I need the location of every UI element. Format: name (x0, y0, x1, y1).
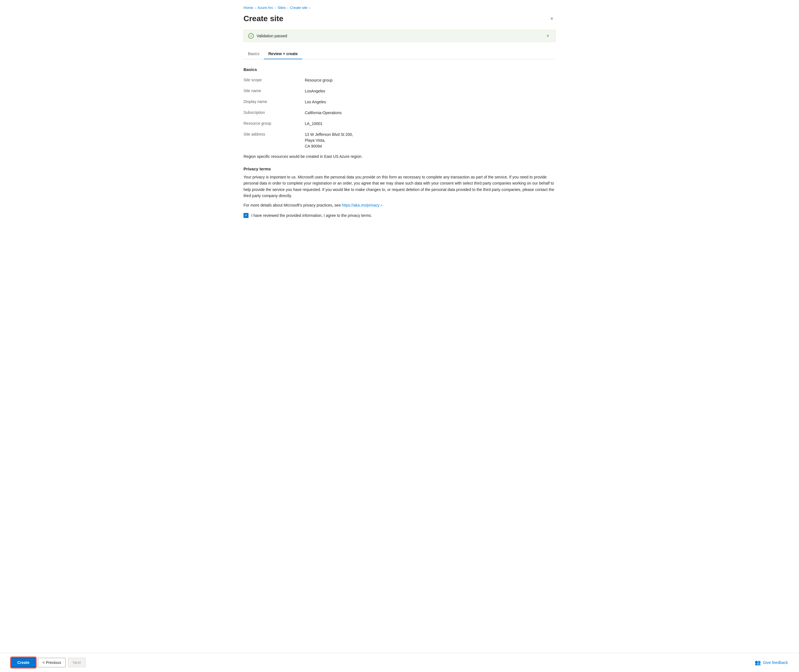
give-feedback-label: Give feedback (763, 660, 788, 665)
privacy-title: Privacy terms (244, 166, 555, 171)
breadcrumb-sep-2: › (275, 6, 276, 10)
field-display-name: Display name Los Angeles (244, 99, 555, 105)
breadcrumb-create-site[interactable]: Create site (290, 6, 308, 10)
breadcrumb: Home › Azure Arc › Sites › Create site › (244, 6, 555, 10)
next-button: Next (68, 658, 85, 667)
tab-basics[interactable]: Basics (244, 49, 264, 59)
privacy-link-row: For more details about Microsoft's priva… (244, 203, 555, 207)
tab-review-create[interactable]: Review + create (264, 49, 302, 59)
breadcrumb-sites[interactable]: Sites (278, 6, 286, 10)
breadcrumb-sep-1: › (255, 6, 256, 10)
footer-actions: Create < Previous Next (11, 658, 85, 667)
privacy-link[interactable]: https://aka.ms/privacy (342, 203, 379, 207)
create-button[interactable]: Create (11, 658, 36, 667)
page-title: Create site (244, 14, 283, 23)
privacy-checkbox-label[interactable]: I have reviewed the provided information… (251, 213, 372, 218)
field-site-name: Site name LosAngeles (244, 88, 555, 94)
external-link-icon: ↗ (380, 204, 382, 207)
breadcrumb-home[interactable]: Home (244, 6, 253, 10)
field-value-site-address: 13 W Jefferson Blvd St 200, Playa Vista,… (305, 132, 353, 149)
field-label-site-name: Site name (244, 88, 305, 93)
validation-icon: ✓ (248, 33, 254, 39)
field-value-display-name: Los Angeles (305, 99, 326, 105)
footer-bar: Create < Previous Next 👥 Give feedback (0, 653, 799, 672)
breadcrumb-sep-4: › (309, 6, 310, 10)
tab-bar: Basics Review + create (244, 49, 555, 59)
field-value-site-name: LosAngeles (305, 88, 325, 94)
privacy-text: Your privacy is important to us. Microso… (244, 174, 555, 199)
field-value-resource-group: LA_10001 (305, 121, 322, 126)
field-resource-group: Resource group LA_10001 (244, 121, 555, 126)
privacy-section: Privacy terms Your privacy is important … (244, 166, 555, 207)
checkbox-check-icon: ✓ (245, 214, 247, 217)
validation-close-button[interactable]: × (545, 33, 551, 39)
privacy-agreement-row: ✓ I have reviewed the provided informati… (244, 213, 555, 218)
field-label-site-scope: Site scope (244, 77, 305, 82)
main-content: Basics Site scope Resource group Site na… (244, 67, 555, 257)
field-label-subscription: Subscription (244, 110, 305, 115)
field-site-address: Site address 13 W Jefferson Blvd St 200,… (244, 132, 555, 149)
field-label-site-address: Site address (244, 132, 305, 136)
field-label-resource-group: Resource group (244, 121, 305, 126)
region-note: Region specific resources would be creat… (244, 154, 555, 159)
close-button[interactable]: × (548, 15, 555, 23)
breadcrumb-azure-arc[interactable]: Azure Arc (257, 6, 273, 10)
privacy-checkbox[interactable]: ✓ (244, 213, 249, 218)
field-value-site-scope: Resource group (305, 77, 333, 83)
field-label-display-name: Display name (244, 99, 305, 104)
field-subscription: Subscription California-Operations (244, 110, 555, 116)
give-feedback-link[interactable]: 👥 Give feedback (755, 659, 788, 666)
previous-button[interactable]: < Previous (38, 658, 66, 667)
privacy-link-prefix: For more details about Microsoft's priva… (244, 203, 342, 207)
field-site-scope: Site scope Resource group (244, 77, 555, 83)
validation-text: Validation passed (257, 34, 287, 38)
feedback-icon: 👥 (755, 659, 761, 666)
field-value-subscription: California-Operations (305, 110, 342, 116)
validation-banner: ✓ Validation passed × (244, 30, 555, 42)
breadcrumb-sep-3: › (287, 6, 288, 10)
basics-section-header: Basics (244, 67, 555, 72)
